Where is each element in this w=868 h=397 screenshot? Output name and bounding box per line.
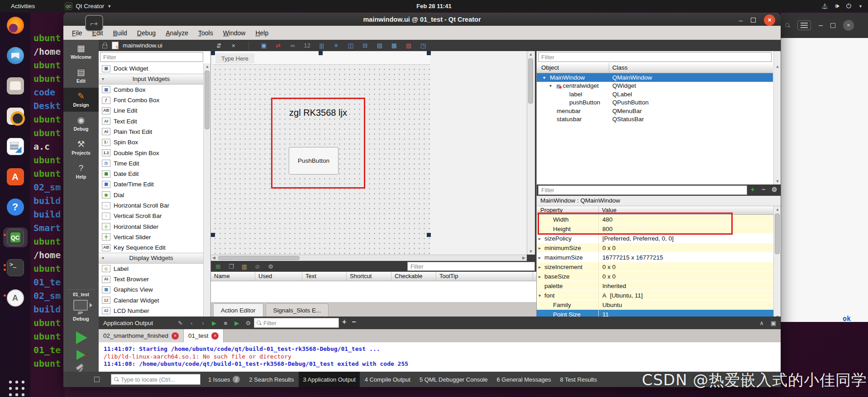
app-output-filter-input[interactable] <box>263 320 331 326</box>
layout-grid-icon[interactable]: ▦ <box>390 42 398 49</box>
scroll-up-icon[interactable]: ▲ <box>774 64 781 69</box>
widget-item-dial[interactable]: ◉Dial <box>99 190 204 200</box>
resize-handle[interactable] <box>427 233 431 237</box>
widget-section-display-widgets[interactable]: ▾Display Widgets <box>99 253 204 263</box>
property-value[interactable]: 0 x 0 <box>599 273 615 280</box>
resize-handle[interactable] <box>319 51 323 55</box>
clean-output-icon[interactable]: ✎ <box>176 320 184 326</box>
widget-item-dock-widget[interactable]: ▣Dock Widget <box>99 63 204 74</box>
next-item-icon[interactable]: › <box>199 320 206 326</box>
resize-handle[interactable] <box>211 51 215 55</box>
widget-item-font-combo-box[interactable]: ƒFont Combo Box <box>99 95 204 105</box>
property-value[interactable]: 0 x 0 <box>599 245 615 251</box>
close-button[interactable]: × <box>843 20 854 31</box>
break-layout-icon[interactable]: ▧ <box>405 42 413 49</box>
split-arrows-icon[interactable]: ⇵ <box>215 42 223 49</box>
property-editor-scrollbar[interactable]: ▲ ▼ <box>773 206 781 320</box>
tab-action-editor[interactable]: Action Editor <box>213 303 263 317</box>
scroll-up-icon[interactable]: ▲ <box>527 52 534 57</box>
run-icon[interactable]: ▶ <box>210 320 218 326</box>
scroll-down-icon[interactable]: ▼ <box>527 249 534 254</box>
action-settings-icon[interactable]: ⚙ <box>267 263 274 270</box>
expander-icon[interactable]: ▾ <box>549 83 554 88</box>
stop-icon[interactable]: ■ <box>222 320 229 326</box>
column-tooltip[interactable]: ToolTip <box>436 272 533 281</box>
menu-debug[interactable]: Debug <box>132 28 161 38</box>
menu-window[interactable]: Window <box>218 28 251 38</box>
column-text[interactable]: Text <box>302 272 347 281</box>
delete-action-icon[interactable]: ⊘ <box>254 263 261 270</box>
widget-box-filter-input[interactable] <box>100 52 203 62</box>
pane-button-search-results[interactable]: 2 Search Results <box>245 372 298 387</box>
property-row-basesize[interactable]: ▸baseSize0 x 0 <box>537 272 774 281</box>
widget-item-text-browser[interactable]: AIText Browser <box>99 274 204 284</box>
action-editor-body[interactable] <box>211 281 536 302</box>
layout-form-icon[interactable]: ▤ <box>376 42 384 49</box>
configure-property-editor-icon[interactable]: ⚙ <box>770 186 778 193</box>
add-dynamic-property-icon[interactable]: + <box>749 186 757 193</box>
system-status-area[interactable]: ⏃ 🕪 ⏻ ▼ <box>821 2 863 10</box>
paste-action-icon[interactable]: ▥ <box>241 263 248 270</box>
window-titlebar[interactable]: mainwindow.ui @ 01_test - Qt Creator <box>63 13 781 26</box>
scrollbar-thumb[interactable] <box>218 256 300 260</box>
tab-signals-slots-e-[interactable]: Signals_Slots E... <box>266 303 329 317</box>
layout-vertical-icon[interactable]: ≡ <box>332 42 340 49</box>
collapse-panel-icon[interactable]: ∧ <box>759 320 764 326</box>
property-row-sizeincrement[interactable]: ▸sizeIncrement0 x 0 <box>537 262 774 272</box>
layout-splitter-horizontal-icon[interactable]: ◫ <box>347 42 355 49</box>
widget-item-calendar-widget[interactable]: 12Calendar Widget <box>99 295 204 306</box>
mode-projects[interactable]: ⚒Projects <box>63 136 99 160</box>
property-editor-filter-input[interactable] <box>538 185 747 195</box>
output-tab-02-smarthome-finished[interactable]: 02_smarthome_finished× <box>99 329 184 342</box>
sidebar-toggle-icon[interactable] <box>94 377 100 382</box>
inspector-row-mainwindow[interactable]: ▾MainWindowQMainWindow <box>537 73 773 82</box>
resize-handle[interactable] <box>427 51 431 55</box>
menu-build[interactable]: Build <box>108 28 132 38</box>
kit-selector-icon[interactable] <box>73 300 88 311</box>
property-value[interactable]: 0 x 0 <box>599 264 615 270</box>
edit-buddies-icon[interactable]: ∞ <box>289 42 297 49</box>
widget-item-combo-box[interactable]: ▤Combo Box <box>99 85 204 95</box>
mode-debug[interactable]: ◉Debug <box>63 112 99 136</box>
property-row-sizepolicy[interactable]: ▸sizePolicy[Preferred, Preferred, 0, 0] <box>537 234 774 243</box>
dock-files-button[interactable] <box>3 76 28 96</box>
column-used[interactable]: Used <box>255 272 302 281</box>
column-class[interactable]: Class <box>609 63 628 73</box>
inspector-row-label[interactable]: labelQLabel <box>537 90 773 99</box>
property-row-font[interactable]: ▾fontA[Ubuntu, 11] <box>537 291 774 300</box>
scrollbar-thumb[interactable] <box>528 58 533 104</box>
dock-qtcreator-button[interactable] <box>3 227 28 247</box>
column-name[interactable]: Name <box>211 272 255 281</box>
output-settings-icon[interactable]: ⚙ <box>244 320 252 326</box>
adjust-size-icon[interactable]: ◳ <box>419 42 427 49</box>
dock-libreoffice-button[interactable] <box>3 137 28 156</box>
column-shortcut[interactable]: Shortcut <box>347 272 391 281</box>
widget-item-key-sequence-edit[interactable]: ABKey Sequence Edit <box>99 242 204 253</box>
expander-icon[interactable]: ▸ <box>539 255 541 260</box>
hamburger-menu-icon[interactable] <box>797 20 811 30</box>
expander-icon[interactable]: ▸ <box>539 236 541 241</box>
minimize-button[interactable]: – <box>819 21 823 29</box>
widget-item-plain-text-edit[interactable]: AIPlain Text Edit <box>99 127 204 137</box>
focused-app-menu[interactable]: QC Qt Creator ▼ <box>65 2 111 10</box>
scroll-up-icon[interactable]: ▲ <box>204 64 211 69</box>
widget-item-time-edit[interactable]: ◷Time Edit <box>99 158 204 169</box>
property-value[interactable]: 16777215 x 16777215 <box>599 254 663 261</box>
widget-item-horizontal-scroll-bar[interactable]: ↔Horizontal Scroll Bar <box>99 200 204 211</box>
inspector-row-statusbar[interactable]: statusbarQStatusBar <box>537 115 773 124</box>
pane-button-test-results[interactable]: 8 Test Results <box>556 372 601 387</box>
menu-help[interactable]: Help <box>250 28 273 38</box>
layout-splitter-vertical-icon[interactable]: ⊟ <box>361 42 369 49</box>
property-value[interactable]: Ubuntu <box>599 302 622 308</box>
resize-handle[interactable] <box>211 233 215 237</box>
mode-welcome[interactable]: ▦Welcome <box>63 40 99 64</box>
expander-icon[interactable]: ▾ <box>539 293 541 298</box>
edit-tab-order-icon[interactable]: 12 <box>303 42 311 49</box>
inspector-row-pushbutton[interactable]: pushButtonQPushButton <box>537 99 773 107</box>
pane-button-qml-debugger-console[interactable]: 5 QML Debugger Console <box>415 372 492 387</box>
form-editor-hscrollbar[interactable]: ◀ ▶ <box>211 255 527 261</box>
dock-anydesk-button[interactable] <box>3 288 28 308</box>
form-editor-vscrollbar[interactable]: ▲ ▼ <box>527 51 535 255</box>
menu-type-here[interactable]: Type Here <box>215 53 254 63</box>
property-row-palette[interactable]: paletteInherited <box>537 281 774 291</box>
